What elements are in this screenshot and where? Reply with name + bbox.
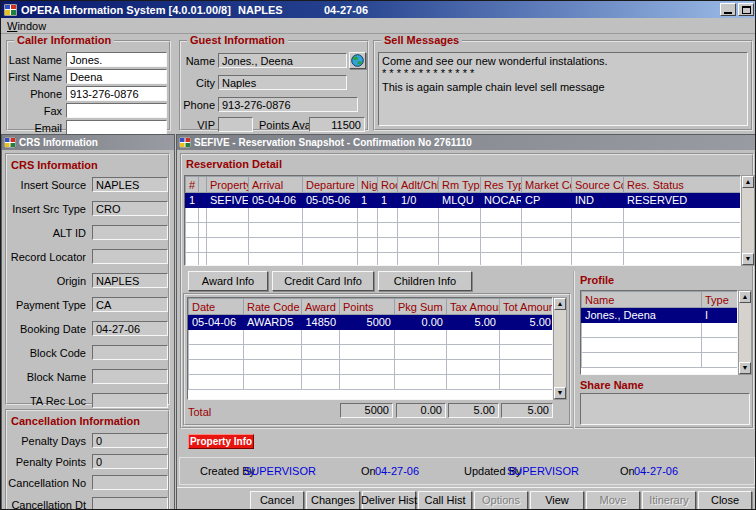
changes-button[interactable]: Changes [306,491,360,510]
empty-table-row[interactable] [582,353,739,368]
profile-table-scrollbar[interactable]: ▲ ▼ [738,290,752,375]
last-name-label: Last Name [9,54,62,66]
guest-phone-field[interactable] [218,97,358,112]
origin-label: Origin [57,275,86,287]
payment-type-field[interactable] [92,297,168,312]
tab-credit-card-info[interactable]: Credit Card Info [272,271,374,291]
cancel-button[interactable]: Cancel [250,491,304,510]
guest-name-label: Name [186,55,215,67]
share-name-label: Share Name [580,379,644,391]
guest-lookup-button[interactable] [349,52,366,69]
reservation-detail-table: # Property Arrival Departure Night Roon … [184,175,741,266]
penalty-days-field[interactable] [92,433,168,448]
empty-table-row[interactable] [186,238,742,253]
total-points-field: 5000 [340,403,393,418]
profile-title: Profile [580,274,614,286]
empty-table-row[interactable] [189,360,554,375]
reservation-table-scrollbar[interactable]: ▲ ▼ [741,175,755,266]
property-info-button[interactable]: Property Info [188,434,254,449]
menu-window[interactable]: Window [1,20,52,32]
empty-table-row[interactable] [189,345,554,360]
origin-field[interactable] [92,273,168,288]
profile-row-selected[interactable]: Jones., Deena I [582,308,739,323]
penalty-points-field[interactable] [92,454,168,469]
crs-window-icon [4,137,16,148]
cancellation-no-field[interactable] [92,475,168,490]
booking-date-label: Booking Date [20,323,86,335]
crs-window-titlebar[interactable]: CRS Information [2,135,174,150]
updated-by-value: SUPERVISOR [507,465,579,477]
empty-table-row[interactable] [186,253,742,267]
empty-table-row[interactable] [186,223,742,238]
caller-information-group: Caller Information Last Name First Name … [6,40,171,131]
total-tax-amount-field: 5.00 [448,403,499,418]
share-name-box [580,393,750,425]
scroll-up-icon[interactable]: ▲ [742,176,754,188]
reservation-row-selected[interactable]: 1 SEFIVE 05-04-06 05-05-06 1 1 1/0 MLQU … [186,193,742,208]
empty-table-row[interactable] [189,375,554,390]
insert-src-type-label: Insert Src Type [12,203,86,215]
empty-table-row[interactable] [186,208,742,223]
updated-on-label: On [620,465,635,477]
cancellation-section-title: Cancellation Information [11,415,140,427]
caller-phone-label: Phone [30,88,62,100]
view-button[interactable]: View [530,491,584,510]
deliver-hist-button[interactable]: Deliver Hist [362,491,416,510]
vip-field[interactable] [218,117,253,132]
award-total-label: Total [188,406,211,418]
titlebar-date: 04-27-06 [324,4,368,16]
fax-field[interactable] [66,103,167,118]
close-button[interactable]: Close [698,491,752,510]
award-row-selected[interactable]: 05-04-06 AWARD5 14850 5000 0.00 5.00 5.0… [189,315,554,330]
email-label: Email [34,122,62,134]
booking-date-field[interactable] [92,321,168,336]
first-name-field[interactable] [66,69,167,84]
insert-src-type-field[interactable] [92,201,168,216]
tab-award-info[interactable]: Award Info [188,271,268,291]
guest-phone-label: Phone [183,99,215,111]
award-table-scrollbar[interactable]: ▲ ▼ [553,297,567,400]
block-code-field[interactable] [92,345,168,360]
alt-id-label: ALT ID [53,227,86,239]
record-locator-label: Record Locator [11,251,86,263]
scroll-up-icon[interactable]: ▲ [739,291,751,303]
cancellation-no-label: Cancellation No [8,477,86,489]
alt-id-field[interactable] [92,225,168,240]
scroll-up-icon[interactable]: ▲ [554,298,566,310]
scroll-down-icon[interactable]: ▼ [554,387,566,399]
penalty-days-label: Penalty Days [21,435,86,447]
record-locator-field[interactable] [92,249,168,264]
ta-rec-loc-label: TA Rec Loc [30,395,86,407]
award-table-header: Date Rate Code Award No Points Pkg Sum T… [189,299,554,315]
block-name-field[interactable] [92,369,168,384]
ta-rec-loc-field[interactable] [92,393,168,408]
total-pkg-sum-field: 0.00 [396,403,446,418]
guest-city-label: City [196,77,215,89]
maximize-button[interactable] [738,3,754,16]
menubar: Window [1,18,756,34]
scroll-down-icon[interactable]: ▼ [739,362,751,374]
empty-table-row[interactable] [582,323,739,338]
scroll-down-icon[interactable]: ▼ [742,253,754,265]
payment-type-label: Payment Type [16,299,86,311]
insert-source-label: Insert Source [21,179,86,191]
last-name-field[interactable] [66,52,167,67]
guest-name-field[interactable] [218,53,347,68]
tab-children-info[interactable]: Children Info [378,271,472,291]
points-avail-field[interactable] [309,117,365,132]
move-button: Move [586,491,640,510]
call-hist-button[interactable]: Call Hist [418,491,472,510]
insert-source-field[interactable] [92,177,168,192]
email-field[interactable] [66,120,167,135]
cancellation-dt-field[interactable] [92,497,168,510]
guest-city-field[interactable] [218,75,347,90]
empty-table-row[interactable] [189,330,554,345]
updated-on-value: 04-27-06 [634,465,678,477]
first-name-label: First Name [8,71,62,83]
empty-table-row[interactable] [582,338,739,353]
minimize-button[interactable] [720,3,736,16]
caller-phone-field[interactable] [66,86,167,101]
options-button: Options [474,491,528,510]
reservation-detail-title: Reservation Detail [186,158,282,170]
snapshot-window-titlebar[interactable]: SEFIVE - Reservation Snapshot - Confirma… [177,135,756,150]
